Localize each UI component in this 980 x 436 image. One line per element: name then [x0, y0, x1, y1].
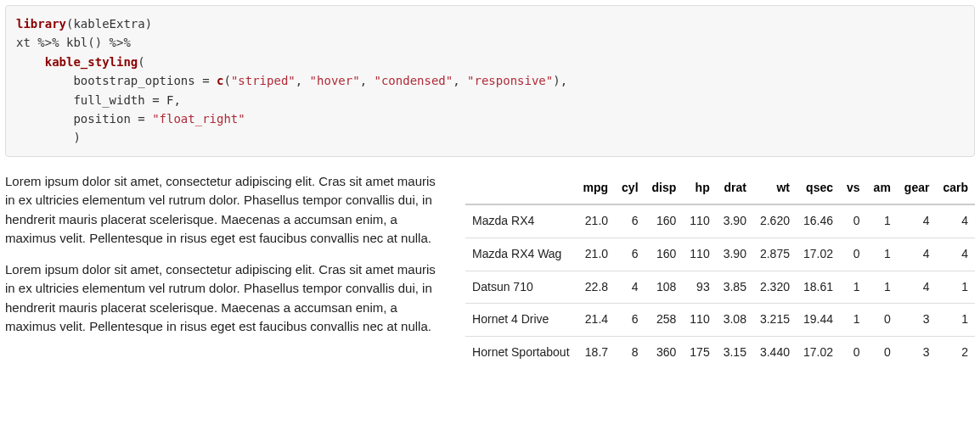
table-cell: 21.0 — [577, 238, 616, 271]
table-cell: 18.61 — [797, 271, 840, 304]
table-cell: 1 — [840, 304, 867, 337]
code-text: , — [360, 74, 375, 87]
code-function: kable_styling — [45, 55, 138, 69]
table-cell: 3.85 — [717, 271, 753, 304]
table-cell: 108 — [645, 271, 684, 304]
table-cell: 258 — [645, 304, 684, 337]
table-header-cell: wt — [753, 172, 797, 205]
table-cell: 1 — [867, 238, 898, 271]
table-cell: 2 — [936, 336, 975, 368]
table-cell: 4 — [936, 204, 975, 238]
table-cell: 175 — [683, 336, 716, 368]
table-row-name: Mazda RX4 — [465, 204, 576, 238]
table-cell: 3.90 — [717, 204, 753, 238]
table-cell: 4 — [898, 271, 937, 304]
table-row: Mazda RX4 Wag21.061601103.902.87517.0201… — [465, 238, 975, 271]
code-text: ( — [138, 55, 144, 69]
table-cell: 110 — [683, 238, 716, 271]
table-cell: 93 — [683, 271, 716, 304]
table-cell: 2.320 — [753, 271, 797, 304]
table-cell: 3 — [898, 336, 937, 368]
table-cell: 1 — [936, 304, 975, 337]
table-cell: 21.4 — [577, 304, 616, 337]
table-cell: 1 — [867, 204, 898, 238]
table-row: Mazda RX421.061601103.902.62016.460144 — [465, 204, 975, 238]
code-keyword: library — [16, 17, 66, 31]
table-cell: 3.90 — [717, 238, 753, 271]
table-cell: 4 — [898, 204, 937, 238]
table-header-cell: vs — [840, 172, 867, 205]
table-row-name: Datsun 710 — [465, 271, 576, 304]
code-text: (kableExtra) — [66, 17, 152, 31]
table-row-name: Hornet 4 Drive — [465, 304, 576, 337]
code-text: ), — [553, 74, 567, 87]
table-cell: 4 — [898, 238, 937, 271]
table-cell: 8 — [615, 336, 645, 368]
table-cell: 0 — [840, 238, 867, 271]
code-text: , — [296, 74, 310, 87]
table-header-cell: carb — [936, 172, 975, 205]
code-text: , — [453, 74, 467, 87]
code-text: bootstrap_options = — [16, 74, 217, 87]
content-area: mpgcyldisphpdratwtqsecvsamgearcarb Mazda… — [5, 172, 975, 369]
table-cell: 6 — [615, 204, 645, 238]
code-text: ( — [223, 74, 230, 87]
table-cell: 3.15 — [717, 336, 753, 368]
code-block: library(kableExtra) xt %>% kbl() %>% kab… — [5, 5, 975, 157]
table-cell: 360 — [645, 336, 684, 368]
table-row: Hornet Sportabout18.783601753.153.44017.… — [465, 336, 975, 368]
table-header-cell: cyl — [615, 172, 645, 205]
table-cell: 3.440 — [753, 336, 797, 368]
table-body: Mazda RX421.061601103.902.62016.460144Ma… — [465, 204, 975, 368]
table-header-cell: am — [867, 172, 898, 205]
mtcars-table: mpgcyldisphpdratwtqsecvsamgearcarb Mazda… — [465, 172, 975, 369]
code-text: xt %>% kbl() %>% — [16, 36, 138, 49]
table-cell: 4 — [615, 271, 645, 304]
table-header: mpgcyldisphpdratwtqsecvsamgearcarb — [465, 172, 975, 205]
table-header-cell: hp — [683, 172, 716, 205]
table-cell: 19.44 — [797, 304, 840, 337]
table-cell: 2.875 — [753, 238, 797, 271]
code-text — [16, 55, 45, 69]
table-cell: 16.46 — [797, 204, 840, 238]
table-cell: 4 — [936, 238, 975, 271]
table-cell: 6 — [615, 304, 645, 337]
table-cell: 110 — [683, 204, 716, 238]
table-header-cell: gear — [898, 172, 937, 205]
table-row: Datsun 71022.84108933.852.32018.611141 — [465, 271, 975, 304]
table-cell: 17.02 — [797, 238, 840, 271]
table-cell: 21.0 — [577, 204, 616, 238]
code-text: position = — [16, 112, 152, 126]
table-cell: 0 — [867, 336, 898, 368]
table-cell: 3.08 — [717, 304, 753, 337]
table-cell: 160 — [645, 204, 684, 238]
code-string: "responsive" — [467, 74, 553, 87]
table-header-cell: qsec — [797, 172, 840, 205]
table-cell: 160 — [645, 238, 684, 271]
table-cell: 18.7 — [577, 336, 616, 368]
table-header-cell: disp — [645, 172, 684, 205]
code-string: "float_right" — [152, 112, 245, 126]
table-cell: 0 — [840, 336, 867, 368]
code-text: full_width = F, — [16, 93, 181, 107]
table-cell: 1 — [936, 271, 975, 304]
table-header-row: mpgcyldisphpdratwtqsecvsamgearcarb — [465, 172, 975, 205]
table-cell: 2.620 — [753, 204, 797, 238]
table-cell: 0 — [867, 304, 898, 337]
table-cell: 110 — [683, 304, 716, 337]
table-cell: 22.8 — [577, 271, 616, 304]
table-cell: 6 — [615, 238, 645, 271]
code-text: ) — [16, 131, 81, 144]
table-cell: 0 — [840, 204, 867, 238]
table-header-cell: mpg — [577, 172, 616, 205]
table-cell: 3 — [898, 304, 937, 337]
code-string: "condensed" — [374, 74, 453, 87]
table-cell: 3.215 — [753, 304, 797, 337]
code-string: "hover" — [310, 74, 360, 87]
table-cell: 17.02 — [797, 336, 840, 368]
table-row-name: Hornet Sportabout — [465, 336, 576, 368]
table-row: Hornet 4 Drive21.462581103.083.21519.441… — [465, 304, 975, 337]
code-string: "striped" — [231, 74, 296, 87]
table-cell: 1 — [867, 271, 898, 304]
table-cell: 1 — [840, 271, 867, 304]
